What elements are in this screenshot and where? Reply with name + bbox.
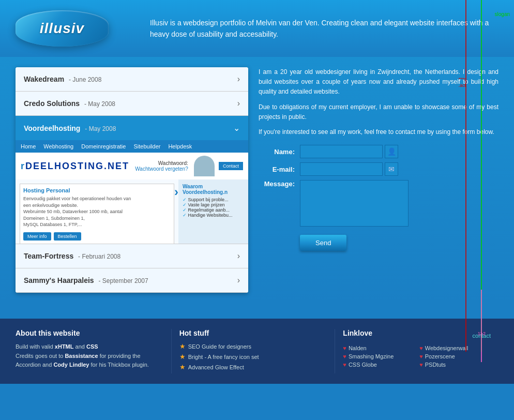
footer-hotstuff-item-1[interactable]: ★ SEO Guide for designers <box>179 342 327 350</box>
vhnet-nav-sitebuilder: Sitebuilder <box>133 143 160 149</box>
footer-linklove-title: Linklove <box>343 329 372 337</box>
vhnet-login: Wachtwoord: Wachtwoord vergeten? <box>135 160 188 172</box>
vhnet-navbar: Home Webhosting Domeinregistratie Sitebu… <box>16 140 248 153</box>
accordion-item-wakedream: Wakedream - June 2008 › <box>16 67 248 92</box>
acc-title-credo: Credo Solutions <box>24 99 80 108</box>
name-row: Name: 👤 <box>259 145 498 158</box>
acc-title-teamfortress: Team-Fortress <box>24 252 73 260</box>
accordion-header-teamfortress[interactable]: Team-Fortress - Februari 2008 › <box>16 244 248 268</box>
about-para-2: Due to obligations of my current employe… <box>259 102 498 122</box>
heart-icon-cssglobe: ♥ <box>343 362 346 368</box>
email-input[interactable] <box>300 162 383 176</box>
acc-date-sammy: - September 2007 <box>99 277 148 284</box>
vhnet-avatar-area: Contact <box>194 156 243 176</box>
linklove-label-smashing: Smashing Mgzine <box>349 353 394 359</box>
accordion-header-wakedream[interactable]: Wakedream - June 2008 › <box>16 67 248 91</box>
contact-form: Name: 👤 E-mail: ✉ Message: Send <box>259 145 498 251</box>
message-row: Message: <box>259 180 498 227</box>
acc-date-credo: - May 2008 <box>84 100 115 108</box>
linklove-webdesignerwall[interactable]: ♥ Webdesignerwall <box>419 345 491 351</box>
cody-bold: Cody Lindley <box>53 362 89 368</box>
vhnet-check-3: Regelmatige aanb... <box>183 207 244 213</box>
chevron-down-icon: ⌄ <box>233 123 240 133</box>
name-input-wrap: 👤 <box>300 145 398 158</box>
accordion-header-voordeelhosting[interactable]: Voordeelhosting - May 2008 ⌄ <box>16 116 248 140</box>
linklove-smashing[interactable]: ♥ Smashing Mgzine <box>343 353 414 359</box>
acc-title-wakedream: Wakedream <box>24 75 64 83</box>
vhnet-logo-strip: rDEELHOSTING.NET Wachtwoord: Wachtwoord … <box>16 153 248 179</box>
heart-icon-smashing: ♥ <box>343 353 346 359</box>
vhnet-checklist: Support bij proble... Vaste lage prijzen… <box>183 197 244 218</box>
linklove-pozerscene[interactable]: ♥ Pozerscene <box>419 353 491 359</box>
vhnet-arrow-icon: › <box>174 185 178 199</box>
star-icon-3: ★ <box>179 363 186 371</box>
vhnet-waarom-title: Waarom Voordeelhosting.n <box>183 184 244 195</box>
acc-date-voordeelhosting: - May 2008 <box>85 125 116 132</box>
accordion-header-credo[interactable]: Credo Solutions - May 2008 › <box>16 92 248 115</box>
message-textarea[interactable] <box>300 180 409 227</box>
about-text: I am a 20 year old webdesigner living in… <box>259 67 498 137</box>
header: illusiv Illusiv is a webdesign portfolio… <box>0 0 514 57</box>
chevron-right-icon: › <box>237 251 240 261</box>
linklove-nalden[interactable]: ♥ Nalden <box>343 345 414 351</box>
avatar-icon <box>194 156 215 176</box>
email-row: E-mail: ✉ <box>259 162 498 176</box>
about-para-1: I am a 20 year old webdesigner living in… <box>259 67 498 97</box>
acc-date-wakedream: - June 2008 <box>69 76 101 83</box>
vhnet-buttons: Meer info Bestellen <box>23 232 171 241</box>
vhnet-logo-text: rDEELHOSTING.NET <box>21 161 129 172</box>
linklove-label-nalden: Nalden <box>349 345 367 351</box>
star-icon-1: ★ <box>179 342 186 350</box>
vhnet-check-2: Vaste lage prijzen <box>183 202 244 207</box>
contact-panel: I am a 20 year old webdesigner living in… <box>259 67 498 293</box>
footer-hotstuff-list: ★ SEO Guide for designers ★ Bright - A f… <box>179 342 327 371</box>
heart-icon-pozer: ♥ <box>419 353 423 359</box>
linklove-psdtuts[interactable]: ♥ PSDtuts <box>419 362 491 368</box>
envelope-icon: ✉ <box>385 162 398 176</box>
acc-date-teamfortress: - Februari 2008 <box>78 253 120 260</box>
css-bold: CSS <box>86 343 98 350</box>
logo[interactable]: illusiv <box>16 10 109 47</box>
linklove-label-cssglobe: CSS Globe <box>349 362 377 368</box>
footer-contact-link[interactable]: contact <box>473 333 491 339</box>
footer-hotstuff-title: Hot stuff <box>179 329 327 337</box>
chevron-right-icon: › <box>237 99 240 108</box>
hotstuff-label-3: Advanced Glow Effect <box>188 364 244 370</box>
vhnet-bestellen-button[interactable]: Bestellen <box>54 232 81 241</box>
linklove-label-pozer: Pozerscene <box>425 353 455 359</box>
vhnet-preview: Home Webhosting Domeinregistratie Sitebu… <box>16 140 248 244</box>
about-para-3: If you're interested to see all my work,… <box>259 127 498 137</box>
linklove-cssglobe[interactable]: ♥ CSS Globe <box>343 362 414 368</box>
footer-about-text: Build with valid xHTML and CSS Credits g… <box>16 342 163 370</box>
footer-about-title: About this website <box>16 329 163 337</box>
footer-about-col: About this website Build with valid xHTM… <box>16 329 172 373</box>
accordion-header-sammy[interactable]: Sammy's Haarpaleis - September 2007 › <box>16 268 248 292</box>
vhnet-wachtwoord-label: Wachtwoord: <box>135 160 188 166</box>
vhnet-hosting-box: Hosting Personal Eenvoudig pakket voor h… <box>20 184 174 244</box>
accordion-item-credo: Credo Solutions - May 2008 › <box>16 92 248 116</box>
header-tagline: Illusiv is a webdesign portfolio of Melv… <box>129 17 498 40</box>
acc-title-sammy: Sammy's Haarpaleis <box>24 276 94 284</box>
bassistance-bold: Bassistance <box>65 353 98 359</box>
footer-hotstuff-item-2[interactable]: ★ Bright - A free fancy icon set <box>179 353 327 361</box>
footer-hotstuff-item-3[interactable]: ★ Advanced Glow Effect <box>179 363 327 371</box>
vhnet-nav-webhosting: Webhosting <box>43 143 73 149</box>
send-button[interactable]: Send <box>300 235 346 251</box>
vhnet-forgot[interactable]: Wachtwoord vergeten? <box>135 166 188 172</box>
vhnet-meer-info-button[interactable]: Meer info <box>23 232 51 241</box>
footer-linklove-col: Linklove contact ♥ Nalden ♥ Webdesignerw… <box>335 329 498 373</box>
linklove-label-psdtuts: PSDtuts <box>425 362 446 368</box>
acc-title-voordeelhosting: Voordeelhosting <box>24 124 80 132</box>
vhnet-nav-home: Home <box>21 143 36 149</box>
name-input[interactable] <box>300 145 383 158</box>
linklove-grid: ♥ Nalden ♥ Webdesignerwall ♥ Smashing Mg… <box>343 345 491 368</box>
vhnet-nav-domein: Domeinregistratie <box>81 143 126 149</box>
accordion-content-voordeelhosting: Home Webhosting Domeinregistratie Sitebu… <box>16 140 248 244</box>
heart-icon-wdw: ♥ <box>419 345 423 351</box>
heart-icon-psdtuts: ♥ <box>419 362 423 368</box>
hotstuff-label-1: SEO Guide for designers <box>188 343 251 350</box>
vhnet-contact-btn[interactable]: Contact <box>219 162 243 170</box>
name-label: Name: <box>259 148 295 156</box>
slogan-label: slogan <box>495 11 510 17</box>
chevron-right-icon: › <box>237 74 240 84</box>
